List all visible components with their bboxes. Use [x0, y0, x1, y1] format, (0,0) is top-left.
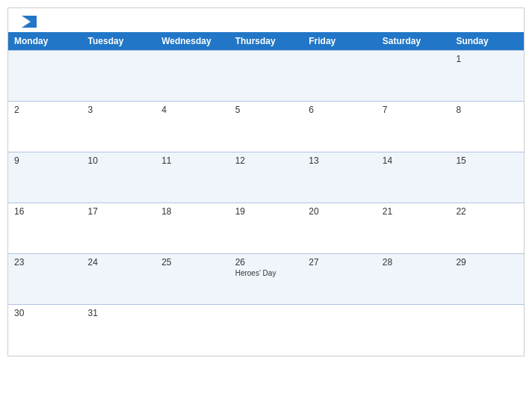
- calendar-day-cell: 31: [82, 305, 156, 356]
- day-number: 1: [456, 54, 518, 64]
- calendar-week-row: 16171819202122: [8, 203, 524, 254]
- calendar-day-cell: 18: [155, 203, 229, 254]
- calendar-day-cell: 2: [8, 102, 82, 152]
- calendar-day-cell: 25: [155, 254, 229, 305]
- day-number: 13: [309, 155, 371, 166]
- calendar-week-row: 1: [8, 51, 524, 102]
- weekday-header-saturday: Saturday: [377, 32, 451, 51]
- day-number: 19: [235, 206, 297, 217]
- day-number: 30: [14, 308, 76, 318]
- calendar-day-cell: 7: [377, 102, 451, 152]
- day-number: 29: [456, 257, 518, 268]
- calendar-week-row: 2345678: [8, 102, 524, 152]
- calendar-header: [8, 8, 524, 32]
- calendar-day-cell: 3: [82, 102, 156, 152]
- calendar-day-cell: [229, 51, 303, 102]
- calendar-day-cell: 15: [450, 152, 524, 203]
- day-number: 23: [14, 257, 76, 268]
- calendar-table: MondayTuesdayWednesdayThursdayFridaySatu…: [8, 32, 524, 356]
- day-number: 27: [309, 257, 371, 268]
- calendar-day-cell: 27: [303, 254, 377, 305]
- calendar-day-cell: [303, 305, 377, 356]
- calendar-day-cell: 13: [303, 152, 377, 203]
- day-number: 2: [14, 105, 76, 115]
- calendar-day-cell: 4: [155, 102, 229, 152]
- day-number: 24: [88, 257, 150, 268]
- calendar-day-cell: [8, 51, 82, 102]
- day-number: 20: [309, 206, 371, 217]
- day-number: 12: [235, 155, 297, 166]
- calendar-week-row: 9101112131415: [8, 152, 524, 203]
- weekday-header-thursday: Thursday: [229, 32, 303, 51]
- day-number: 7: [383, 105, 445, 115]
- day-number: 26: [235, 257, 297, 268]
- day-number: 21: [383, 206, 445, 217]
- calendar-day-cell: 30: [8, 305, 82, 356]
- day-number: 11: [161, 155, 223, 166]
- weekday-header-friday: Friday: [303, 32, 377, 51]
- event-label: Heroes' Day: [235, 269, 297, 277]
- calendar-day-cell: 24: [82, 254, 156, 305]
- calendar-week-row: 3031: [8, 305, 524, 356]
- weekday-header-wednesday: Wednesday: [155, 32, 229, 51]
- weekday-header-monday: Monday: [8, 32, 82, 51]
- calendar-day-cell: [377, 305, 451, 356]
- calendar-day-cell: 1: [450, 51, 524, 102]
- calendar-day-cell: [303, 51, 377, 102]
- calendar-day-cell: 11: [155, 152, 229, 203]
- day-number: 10: [88, 155, 150, 166]
- weekday-header-sunday: Sunday: [450, 32, 524, 51]
- day-number: 28: [383, 257, 445, 268]
- calendar-day-cell: 16: [8, 203, 82, 254]
- calendar-day-cell: 10: [82, 152, 156, 203]
- day-number: 5: [235, 105, 297, 115]
- calendar-day-cell: 23: [8, 254, 82, 305]
- calendar-day-cell: [450, 305, 524, 356]
- day-number: 18: [161, 206, 223, 217]
- weekday-header-row: MondayTuesdayWednesdayThursdayFridaySatu…: [8, 32, 524, 51]
- calendar-day-cell: 5: [229, 102, 303, 152]
- day-number: 6: [309, 105, 371, 115]
- day-number: 3: [88, 105, 150, 115]
- calendar-day-cell: 9: [8, 152, 82, 203]
- calendar-day-cell: 14: [377, 152, 451, 203]
- day-number: 15: [456, 155, 518, 166]
- weekday-header-tuesday: Tuesday: [82, 32, 156, 51]
- logo-text: [19, 16, 37, 28]
- day-number: 8: [456, 105, 518, 115]
- day-number: 17: [88, 206, 150, 217]
- logo-flag-icon: [22, 16, 37, 28]
- calendar-container: MondayTuesdayWednesdayThursdayFridaySatu…: [7, 7, 525, 356]
- calendar-day-cell: [155, 305, 229, 356]
- calendar-day-cell: 17: [82, 203, 156, 254]
- calendar-day-cell: 19: [229, 203, 303, 254]
- logo: [19, 16, 37, 28]
- calendar-day-cell: [377, 51, 451, 102]
- calendar-day-cell: [229, 305, 303, 356]
- calendar-day-cell: [155, 51, 229, 102]
- day-number: 9: [14, 155, 76, 166]
- calendar-day-cell: 8: [450, 102, 524, 152]
- day-number: 16: [14, 206, 76, 217]
- day-number: 22: [456, 206, 518, 217]
- calendar-day-cell: 26Heroes' Day: [229, 254, 303, 305]
- calendar-day-cell: 12: [229, 152, 303, 203]
- calendar-day-cell: 28: [377, 254, 451, 305]
- calendar-day-cell: 20: [303, 203, 377, 254]
- calendar-day-cell: 29: [450, 254, 524, 305]
- calendar-day-cell: 22: [450, 203, 524, 254]
- day-number: 14: [383, 155, 445, 166]
- calendar-day-cell: 6: [303, 102, 377, 152]
- day-number: 31: [88, 308, 150, 318]
- calendar-day-cell: 21: [377, 203, 451, 254]
- day-number: 25: [161, 257, 223, 268]
- calendar-week-row: 23242526Heroes' Day272829: [8, 254, 524, 305]
- day-number: 4: [161, 105, 223, 115]
- calendar-day-cell: [82, 51, 156, 102]
